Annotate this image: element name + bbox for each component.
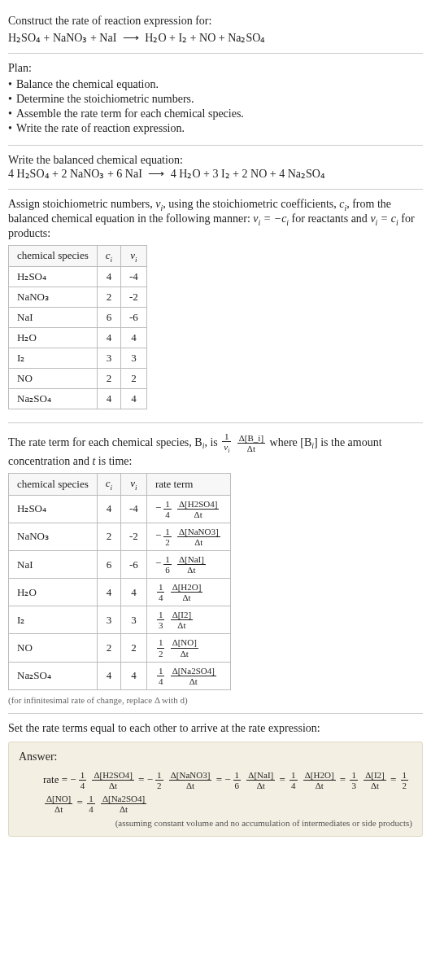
cell-species: NaI (9, 550, 98, 578)
table-row: NaI6-6−16 Δ[NaI]Δt (9, 550, 231, 578)
frac-num: 1 (157, 582, 165, 593)
frac-num: Δ[NO] (171, 637, 198, 648)
fraction: 14 (290, 770, 298, 790)
frac-num: 1 (87, 794, 95, 804)
answer-equation: rate = −14 Δ[H2SO4]Δt = −12 Δ[NaNO3]Δt =… (19, 768, 412, 815)
frac-den: Δt (171, 593, 203, 602)
assign-text: Assign stoichiometric numbers, νi, using… (8, 198, 423, 240)
col-species: chemical species (9, 473, 98, 495)
frac-den: 2 (155, 781, 163, 790)
table-row: H₂SO₄4-4−14 Δ[H2SO4]Δt (9, 495, 231, 523)
frac-num: Δ[Na2SO4] (101, 794, 146, 804)
col-nui: νi (121, 473, 147, 495)
cell-nui: -6 (121, 550, 147, 578)
frac-num: 1 (163, 499, 172, 510)
cell-species: NaNO₃ (9, 287, 98, 308)
fraction: Δ[NaNO3]Δt (169, 770, 212, 790)
frac-num: 1 (163, 554, 172, 565)
table-row: NO2212 Δ[NO]Δt (9, 634, 231, 662)
fraction: Δ[H2SO4]Δt (92, 770, 133, 790)
cell-species: I₂ (9, 348, 98, 369)
cell-ci: 4 (97, 662, 120, 689)
frac-den: Δt (177, 537, 220, 547)
assign-part: for reactants and (289, 212, 370, 225)
fraction: Δ[H2O]Δt (171, 582, 203, 602)
cell-species: NaNO₃ (9, 523, 98, 550)
fraction: 14 (87, 794, 95, 814)
cell-species: I₂ (9, 606, 98, 634)
frac-num: Δ[NaNO3] (177, 527, 220, 537)
frac-den: 2 (157, 649, 165, 658)
balanced-section: Write the balanced chemical equation: 4 … (8, 146, 423, 190)
col-ci: ci (97, 473, 120, 495)
fraction: Δ[NaNO3]Δt (177, 527, 220, 547)
cell-species: H₂SO₄ (9, 495, 98, 523)
fraction: 12 (401, 770, 409, 790)
set-equal-section: Set the rate terms equal to each other t… (8, 714, 423, 845)
frac-den: Δt (92, 781, 133, 790)
frac-den: 4 (79, 781, 87, 790)
cell-nui: 4 (121, 389, 147, 409)
cell-rate: −14 Δ[H2SO4]Δt (146, 495, 230, 523)
frac-dB-dt: Δ[B_i]Δt (237, 433, 265, 453)
plan-section: Plan: Balance the chemical equation. Det… (8, 54, 423, 146)
cell-ci: 4 (97, 495, 120, 523)
frac-den: 4 (290, 781, 298, 790)
cell-rate: 13 Δ[I2]Δt (146, 606, 230, 634)
cell-ci: 4 (97, 389, 120, 409)
frac-num: Δ[NO] (45, 794, 72, 804)
fraction: 14 (79, 770, 87, 790)
frac-den: 2 (401, 781, 409, 790)
eq-lhs: H₂SO₄ + NaNO₃ + NaI (8, 32, 116, 44)
cell-ci: 4 (97, 328, 120, 348)
fraction: Δ[I2]Δt (364, 770, 386, 790)
fraction: Δ[NO]Δt (171, 637, 198, 658)
table-header-row: chemical species ci νi (9, 245, 147, 267)
cell-nui: 4 (121, 328, 147, 348)
frac-den: 4 (157, 593, 165, 602)
minus-sign: − (155, 529, 161, 541)
table-row: Na₂SO₄4414 Δ[Na2SO4]Δt (9, 662, 231, 689)
intro-line: Construct the rate of reaction expressio… (8, 15, 423, 28)
cell-nui: -2 (121, 287, 147, 308)
cell-nui: -4 (121, 267, 147, 287)
frac-den: Δt (171, 649, 198, 658)
text-part: where [B (270, 436, 312, 448)
rate-table: chemical species ci νi rate term H₂SO₄4-… (8, 473, 231, 690)
frac-den: Δt (171, 620, 194, 630)
frac-num: 1 (157, 637, 165, 648)
plan-label: Plan: (8, 62, 423, 75)
fraction: Δ[I2]Δt (171, 610, 194, 630)
frac-num: Δ[I2] (364, 770, 386, 781)
col-rate: rate term (146, 473, 230, 495)
table-row: NaI6-6 (9, 308, 147, 328)
rateterm-intro: The rate term for each chemical species,… (8, 431, 423, 468)
frac-num: Δ[B_i] (237, 433, 265, 444)
cell-species: NaI (9, 308, 98, 328)
cell-species: NO (9, 369, 98, 389)
cell-nui: 3 (121, 348, 147, 369)
cell-ci: 2 (97, 287, 120, 308)
frac-den: 4 (163, 510, 172, 519)
frac-num: 1 (79, 770, 87, 781)
arrow-icon: ⟶ (148, 167, 164, 181)
fraction: 16 (233, 770, 242, 790)
frac-den: Δt (171, 676, 216, 686)
rel1: νi = −ci (253, 212, 289, 225)
frac-num: 1 (290, 770, 298, 781)
cell-nui: 4 (121, 662, 147, 689)
frac-num: 1 (155, 770, 163, 781)
cell-species: NO (9, 634, 98, 662)
plan-item: Write the rate of reaction expression. (8, 122, 423, 135)
table2-note: (for infinitesimal rate of change, repla… (8, 695, 423, 705)
col-ci: ci (97, 245, 120, 267)
cell-ci: 6 (97, 308, 120, 328)
cell-ci: 2 (97, 634, 120, 662)
table-row: NO22 (9, 369, 147, 389)
cell-species: H₂O (9, 328, 98, 348)
rel2: νi = ci (370, 212, 398, 225)
frac-num: Δ[H2SO4] (177, 499, 219, 510)
fraction: 13 (157, 610, 165, 630)
col-nui: νi (121, 245, 147, 267)
frac-den: 6 (233, 781, 242, 790)
